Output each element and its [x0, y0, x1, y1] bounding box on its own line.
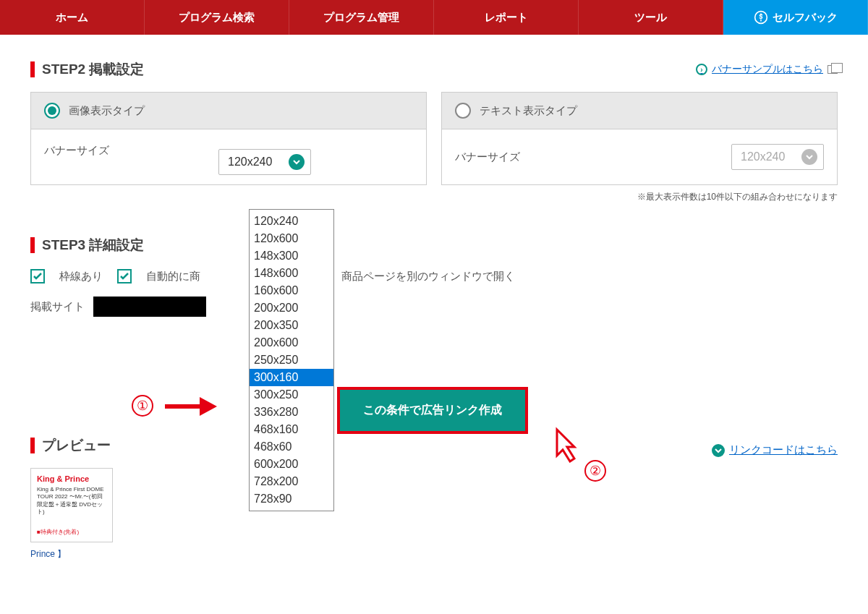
nav-tool[interactable]: ツール — [579, 0, 723, 35]
svg-marker-2 — [200, 397, 217, 416]
annotation-2: ② — [584, 460, 606, 482]
nav-report[interactable]: レポート — [434, 0, 579, 35]
nav-program-search[interactable]: プログラム検索 — [145, 0, 289, 35]
new-window-label: 商品ページを別のウィンドウで開く — [341, 270, 515, 283]
banner-size-label-right: バナーサイズ — [455, 150, 520, 164]
dropdown-item[interactable]: 148x300 — [250, 247, 333, 265]
red-bar-icon — [30, 237, 35, 253]
banner-size-label-left: バナーサイズ — [44, 144, 109, 158]
image-type-label: 画像表示タイプ — [69, 104, 145, 118]
text-panel-header[interactable]: テキスト表示タイプ — [442, 93, 837, 129]
dropdown-item[interactable]: 250x250 — [250, 351, 333, 369]
preview-card-subtitle: King & Prince First DOME TOUR 2022 〜Mr.〜… — [37, 486, 106, 516]
step2-header: STEP2 掲載設定 › バナーサンプルはこちら — [30, 60, 838, 79]
image-panel-header[interactable]: 画像表示タイプ — [31, 93, 426, 129]
site-label: 掲載サイト — [30, 300, 85, 314]
svg-point-0 — [754, 12, 767, 24]
site-select-redacted[interactable] — [93, 297, 206, 317]
image-display-panel: 画像表示タイプ バナーサイズ 120x240 — [30, 92, 427, 185]
checkbox-auto[interactable] — [117, 269, 132, 283]
max-items-note: ※最大表示件数は10件以下の組み合わせになります — [30, 191, 838, 203]
step3-title: STEP3 詳細設定 — [42, 236, 144, 255]
preview-card-badge: ■特典付き(先着) — [37, 528, 106, 536]
text-panel-body: バナーサイズ 120x240 — [442, 129, 837, 184]
border-label: 枠線あり — [59, 270, 103, 283]
selfback-icon — [754, 10, 768, 25]
select-value-left: 120x240 — [228, 155, 272, 168]
dropdown-item[interactable]: 300x250 — [250, 386, 333, 404]
text-display-panel: テキスト表示タイプ バナーサイズ 120x240 — [441, 92, 838, 185]
top-navigation: ホーム プログラム検索 プログラム管理 レポート ツール セルフバック — [0, 0, 868, 35]
banner-size-select-right: 120x240 — [731, 144, 824, 170]
chevron-right-icon: › — [696, 64, 707, 75]
dropdown-item[interactable]: 468x160 — [250, 421, 333, 438]
chevron-down-icon — [712, 444, 725, 457]
dropdown-item[interactable]: 728x90 — [250, 490, 333, 508]
arrow-right-icon — [162, 394, 217, 419]
step3-header: STEP3 詳細設定 — [30, 236, 838, 255]
preview-card-foot: Prince 】 — [30, 548, 838, 560]
dropdown-item[interactable]: 120x240 — [250, 213, 333, 230]
preview-title: プレビュー — [42, 436, 111, 455]
select-value-right: 120x240 — [741, 150, 785, 163]
preview-card-title: King & Prince — [37, 474, 106, 483]
banner-size-select-left[interactable]: 120x240 — [218, 149, 311, 175]
dropdown-item[interactable]: 160x600 — [250, 282, 333, 299]
preview-card: King & Prince King & Prince First DOME T… — [30, 468, 113, 542]
auto-label: 自動的に商 — [146, 270, 200, 283]
image-panel-body: バナーサイズ 120x240 — [31, 129, 426, 172]
red-bar-icon — [30, 61, 35, 77]
link-code-label: リンクコードはこちら — [729, 443, 838, 457]
chevron-down-icon — [801, 149, 817, 165]
checkbox-row: 枠線あり 自動的に商 商品ページを別のウィンドウで開く — [30, 269, 838, 283]
dropdown-item[interactable]: 148x600 — [250, 265, 333, 282]
banner-sample-label: バナーサンプルはこちら — [712, 63, 823, 76]
red-bar-icon — [30, 438, 35, 453]
external-link-icon — [827, 65, 838, 74]
text-type-label: テキスト表示タイプ — [480, 104, 577, 118]
annotation-1: ① — [132, 395, 153, 417]
dropdown-item[interactable]: 200x200 — [250, 299, 333, 317]
nav-home[interactable]: ホーム — [0, 0, 145, 35]
site-row: 掲載サイト — [30, 297, 838, 317]
radio-text-type[interactable] — [455, 103, 471, 119]
main-content: STEP2 掲載設定 › バナーサンプルはこちら 画像表示タイプ バナーサイズ … — [0, 35, 868, 586]
dropdown-item[interactable]: 200x350 — [250, 317, 333, 334]
dropdown-item[interactable]: 200x600 — [250, 334, 333, 351]
step3-section: STEP3 詳細設定 枠線あり 自動的に商 商品ページを別のウィンドウで開く 掲… — [30, 236, 838, 317]
dropdown-item[interactable]: 300x160 — [250, 369, 333, 386]
svg-marker-3 — [557, 430, 574, 461]
step2-title: STEP2 掲載設定 — [42, 60, 144, 79]
display-type-panels: 画像表示タイプ バナーサイズ 120x240 テキスト表示タイプ バナーサイズ — [30, 92, 838, 185]
nav-selfback[interactable]: セルフバック — [723, 0, 868, 35]
create-ad-link-button[interactable]: この条件で広告リンク作成 — [340, 390, 525, 431]
checkbox-border[interactable] — [30, 269, 45, 283]
radio-image-type[interactable] — [44, 103, 60, 119]
banner-sample-link[interactable]: › バナーサンプルはこちら — [696, 63, 838, 76]
dropdown-item[interactable]: 468x60 — [250, 438, 333, 456]
dropdown-item[interactable]: 728x200 — [250, 473, 333, 490]
arrow-cursor-icon — [545, 427, 582, 463]
dropdown-item[interactable]: 120x600 — [250, 230, 333, 247]
dropdown-item[interactable]: 600x200 — [250, 456, 333, 473]
chevron-down-icon — [289, 154, 305, 170]
banner-size-dropdown: 120x240120x600148x300148x600160x600200x2… — [249, 209, 334, 511]
link-code-link[interactable]: リンクコードはこちら — [712, 443, 838, 457]
nav-program-manage[interactable]: プログラム管理 — [289, 0, 434, 35]
dropdown-item[interactable]: 336x280 — [250, 404, 333, 421]
nav-selfback-label: セルフバック — [773, 11, 838, 25]
